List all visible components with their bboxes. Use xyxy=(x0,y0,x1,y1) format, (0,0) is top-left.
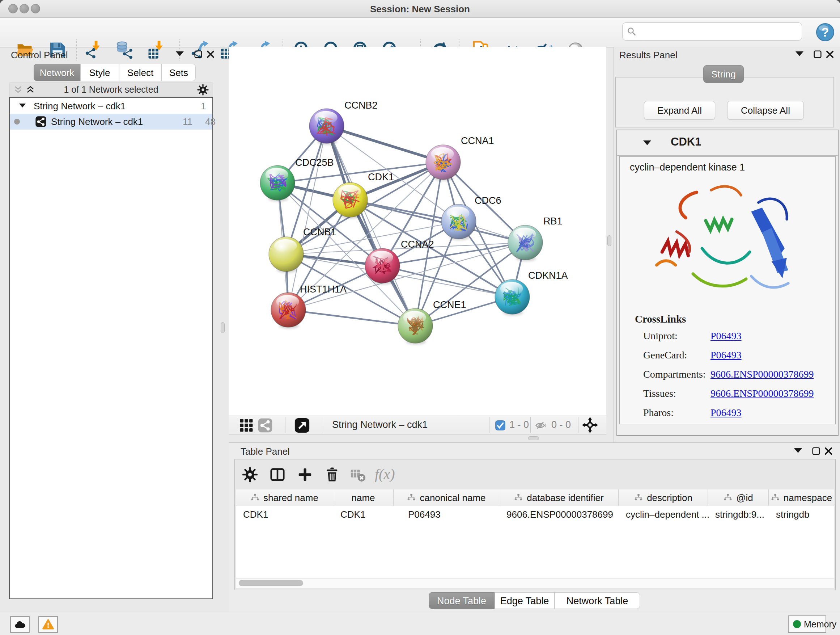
crosslink-label: Compartments: xyxy=(643,369,706,380)
table-panel-close-icon[interactable] xyxy=(823,446,834,456)
table-panel-menu-icon[interactable] xyxy=(794,448,802,453)
warning-button[interactable] xyxy=(38,616,58,633)
column-header-description[interactable]: description xyxy=(619,489,708,506)
gene-section-header[interactable]: CDK1 xyxy=(617,130,838,156)
crosslink-link-compartments[interactable]: 9606.ENSP00000378699 xyxy=(711,369,813,380)
tab-select[interactable]: Select xyxy=(119,64,162,81)
network-collection-row[interactable]: String Network – cdk1 1 xyxy=(10,99,212,114)
import-network-icon[interactable] xyxy=(84,40,103,60)
table-panel-float-icon[interactable] xyxy=(811,446,821,456)
bottom-splitter-handle[interactable] xyxy=(528,436,539,440)
tab-sets[interactable]: Sets xyxy=(162,64,196,81)
open-in-new-icon[interactable] xyxy=(294,417,310,434)
results-panel-close-icon[interactable] xyxy=(825,49,835,59)
network-edge-CCNB2-CCNA1 xyxy=(327,126,443,162)
crosslink-label: Uniprot: xyxy=(643,330,677,342)
node-label-CDKN1A: CDKN1A xyxy=(528,270,568,281)
collapse-all-button[interactable]: Collapse All xyxy=(727,101,804,119)
cloud-icon xyxy=(14,618,26,631)
toolbar-separator xyxy=(180,40,180,60)
cell-canonical-name[interactable]: P06493 xyxy=(408,509,441,520)
fit-content-crosshair-icon[interactable] xyxy=(582,417,598,433)
crosslink-link-pharos[interactable]: P06493 xyxy=(711,407,742,418)
window-title: Session: New Session xyxy=(0,4,840,15)
cloud-button[interactable] xyxy=(10,616,30,633)
import-database-icon[interactable] xyxy=(115,40,134,60)
shared-column-icon xyxy=(514,493,523,502)
delete-table-icon xyxy=(349,466,366,483)
cell-database-identifier[interactable]: 9606.ENSP00000378699 xyxy=(507,509,613,520)
network-node-count: 11 xyxy=(183,116,193,127)
control-panel-float-icon[interactable] xyxy=(193,49,203,59)
node-label-CCNE1: CCNE1 xyxy=(433,299,466,310)
table-hscrollbar[interactable] xyxy=(236,578,834,588)
tab-network[interactable]: Network xyxy=(34,64,80,81)
shared-column-icon xyxy=(634,493,643,502)
control-panel-menu-icon[interactable] xyxy=(176,51,184,56)
show-columns-icon[interactable] xyxy=(269,466,286,483)
import-table-icon[interactable] xyxy=(147,40,166,60)
column-header-shared-name[interactable]: shared name xyxy=(236,489,333,506)
crosslink-label: Pharos: xyxy=(643,407,674,418)
crosslink-link-genecard[interactable]: P06493 xyxy=(711,349,742,361)
gene-expander-icon[interactable] xyxy=(643,141,651,145)
results-panel-menu-icon[interactable] xyxy=(796,51,804,56)
crosslinks-title: CrossLinks xyxy=(635,313,686,325)
crosslink-link-tissues[interactable]: 9606.ENSP00000378699 xyxy=(711,388,813,399)
table-hscrollbar-thumb[interactable] xyxy=(239,580,303,586)
results-panel-float-icon[interactable] xyxy=(813,49,823,59)
cell-shared-name[interactable]: CDK1 xyxy=(243,509,268,520)
tab-edge-table[interactable]: Edge Table xyxy=(494,592,554,609)
hidden-eye-icon xyxy=(535,419,547,432)
tab-node-table[interactable]: Node Table xyxy=(429,592,494,609)
column-header-name[interactable]: name xyxy=(333,489,393,506)
crosslink-label: GeneCard: xyxy=(643,349,687,361)
add-column-icon[interactable] xyxy=(297,466,313,483)
node-label-CCNA2: CCNA2 xyxy=(401,239,434,250)
tab-network-table[interactable]: Network Table xyxy=(554,592,640,609)
function-builder-icon: f(x) xyxy=(375,466,395,483)
gene-detail-box: cyclin–dependent kinase 1 CrossLinks Uni… xyxy=(619,157,836,424)
collection-expander-icon[interactable] xyxy=(19,103,26,108)
table-settings-gear-icon[interactable] xyxy=(242,466,258,483)
help-icon[interactable]: ? xyxy=(815,22,835,42)
right-splitter-handle[interactable] xyxy=(607,235,611,246)
birdseye-grid-icon[interactable] xyxy=(239,418,254,433)
cell-description[interactable]: cyclin–dependent ... xyxy=(626,509,709,520)
network-selection-status: 1 of 1 Network selected xyxy=(9,84,213,95)
column-header--id[interactable]: @id xyxy=(708,489,769,506)
crosslink-link-uniprot[interactable]: P06493 xyxy=(711,330,742,342)
cell-name[interactable]: CDK1 xyxy=(340,509,365,520)
expand-all-button[interactable]: Expand All xyxy=(644,101,715,119)
table-body[interactable]: CDK1 CDK1 P06493 9606.ENSP00000378699 cy… xyxy=(236,506,834,578)
delete-column-trash-icon[interactable] xyxy=(324,466,340,483)
network-row-selected[interactable]: String Network – cdk1 11 48 xyxy=(10,114,212,130)
title-bar: Session: New Session xyxy=(0,0,840,18)
column-header-namespace[interactable]: namespace xyxy=(769,489,834,506)
memory-button[interactable]: Memory xyxy=(788,616,826,633)
string-app-icon xyxy=(35,116,47,127)
node-label-HIST1H1A: HIST1H1A xyxy=(300,284,347,295)
selected-checkbox-icon[interactable] xyxy=(495,420,506,431)
network-canvas[interactable]: CCNB2CCNA1CDC25BCDK1CDC6RB1CCNB1CCNA2CDK… xyxy=(229,47,606,416)
cell-namespace[interactable]: stringdb xyxy=(776,509,810,520)
node-label-CDK1: CDK1 xyxy=(368,172,394,182)
string-view-icon[interactable] xyxy=(257,418,273,433)
tab-style[interactable]: Style xyxy=(80,64,119,81)
results-panel-title: Results Panel xyxy=(619,50,677,61)
column-header-database-identifier[interactable]: database identifier xyxy=(499,489,619,506)
node-label-CCNB2: CCNB2 xyxy=(344,100,378,111)
node-label-CDC6: CDC6 xyxy=(475,195,501,206)
gear-icon[interactable] xyxy=(197,84,209,96)
collection-label: String Network – cdk1 xyxy=(34,101,126,112)
network-status-dot xyxy=(14,119,20,125)
network-edge-CCNB2-CCNE1 xyxy=(327,126,415,326)
column-header-canonical-name[interactable]: canonical name xyxy=(393,489,499,506)
search-input[interactable] xyxy=(622,22,802,41)
tab-string[interactable]: String xyxy=(703,65,744,83)
toolbar-separator xyxy=(76,40,77,60)
control-panel-close-icon[interactable] xyxy=(205,49,216,59)
cell-id[interactable]: stringdb:9... xyxy=(715,509,764,520)
left-splitter-handle[interactable] xyxy=(221,322,225,333)
node-label-CCNA1: CCNA1 xyxy=(461,135,494,146)
